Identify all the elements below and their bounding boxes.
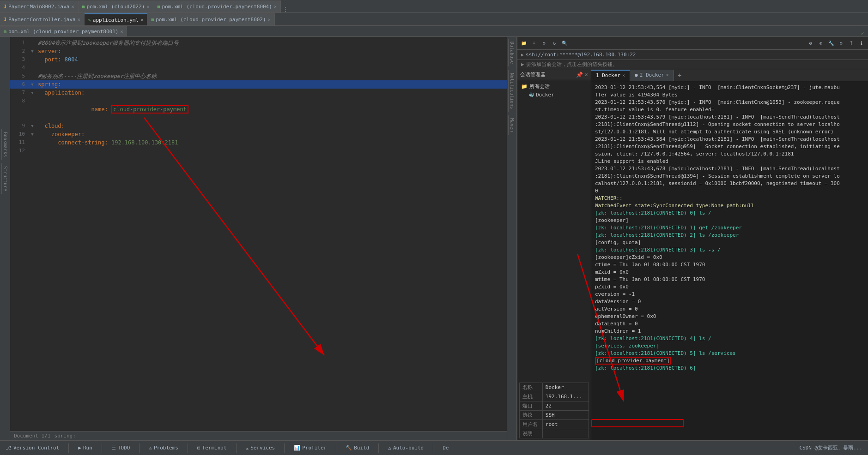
terminal-line: [zookeeper] bbox=[595, 217, 864, 224]
terminal-line: 2023-01-12 21:53:43,584 [myid:localhost:… bbox=[595, 136, 864, 143]
session-panel: 会话管理器 📌 × 📁 所有会话 🐳 Docker bbox=[517, 69, 591, 440]
java-icon: J bbox=[4, 4, 6, 9]
ssh-arrow-icon: ▶ bbox=[521, 52, 524, 57]
auto-build-btn[interactable]: △ Auto-build bbox=[386, 441, 425, 455]
auto-build-label: Auto-build bbox=[393, 445, 424, 451]
value-cell: 22 bbox=[542, 401, 589, 411]
folder-btn[interactable]: 📁 bbox=[519, 39, 528, 48]
terminal-line: :2181):ClientCnxn$SendThread@959] - Sock… bbox=[595, 143, 864, 150]
terminal-line: calhost/127.0.0.1:2181, sessionid = 0x10… bbox=[595, 180, 864, 187]
tab-close-btn[interactable]: × bbox=[71, 4, 74, 9]
tab-payment-controller[interactable]: J PaymentController.java × bbox=[0, 13, 85, 25]
terminal-line: :2181):ClientCnxn$SendThread@1394] - Ses… bbox=[595, 173, 864, 180]
session-pin-btn[interactable]: 📌 bbox=[576, 72, 583, 78]
terminal-line: ffer value is 4194304 Bytes bbox=[595, 91, 864, 99]
status-sep-8 bbox=[378, 443, 379, 453]
profiler-btn[interactable]: 📊 Profiler bbox=[292, 441, 328, 455]
terminal-line: JLine support is enabled bbox=[595, 158, 864, 165]
database-tab[interactable]: Database bbox=[508, 39, 516, 66]
status-sep-9 bbox=[433, 443, 433, 453]
refresh-btn[interactable]: ↻ bbox=[550, 39, 559, 48]
table-row: 协议 SSH bbox=[520, 411, 589, 420]
notif-text: 要添加当前会话，点击左侧的箭头按钮。 bbox=[526, 61, 618, 68]
tab-close-btn[interactable]: × bbox=[268, 17, 271, 22]
problems-btn[interactable]: ⚠ Problems bbox=[147, 441, 180, 455]
csdn-text: CSDN @艾卡西亚、暴雨... bbox=[799, 444, 862, 451]
de-btn[interactable]: De bbox=[441, 441, 450, 455]
terminal-btn[interactable]: ⊞ Terminal bbox=[195, 441, 229, 455]
terminal-line: ssion, client: /127.0.0.1:42564, server:… bbox=[595, 150, 864, 158]
tab-pom-payment8002[interactable]: m pom.xml (cloud-provider-payment8002) × bbox=[147, 13, 274, 25]
tab-label: pom.xml (cloud-provider-payment8004) bbox=[162, 4, 272, 10]
todo-btn[interactable]: ☰ TODO bbox=[109, 441, 132, 455]
more-tabs-btn[interactable]: ⋮ bbox=[281, 6, 290, 12]
cursor-info: spring: bbox=[54, 433, 75, 439]
ssh-address: ssh://root:******@192.168.100.130:22 bbox=[526, 52, 636, 58]
code-line-5: 5 #服务别名----注册到zookeeper注册中心名称 bbox=[10, 72, 507, 80]
tab-close-btn[interactable]: × bbox=[140, 18, 143, 23]
label-cell: 端口 bbox=[520, 401, 543, 411]
tab-close-btn[interactable]: × bbox=[78, 17, 80, 22]
table-row: 名称 Docker bbox=[520, 383, 589, 392]
terminal-output[interactable]: 2023-01-12 21:53:43,554 [myid:] - INFO [… bbox=[591, 81, 868, 440]
tab-pom-cloud2022[interactable]: m pom.xml (cloud2022) × bbox=[79, 0, 154, 12]
tab-close-btn[interactable]: × bbox=[274, 4, 277, 9]
run-btn[interactable]: ▶ Run bbox=[76, 441, 94, 455]
services-btn[interactable]: ☁ Services bbox=[244, 441, 277, 455]
tab-close-btn[interactable]: × bbox=[622, 73, 625, 78]
checkmark-icon: ✓ bbox=[861, 30, 868, 36]
session-close-btn[interactable]: × bbox=[585, 72, 588, 78]
terminal-line: numChildren = 1 bbox=[595, 328, 864, 335]
terminal-line: [zk: localhost:2181(CONNECTED) 2] ls /zo… bbox=[595, 232, 864, 239]
info-btn[interactable]: ℹ bbox=[857, 39, 866, 48]
value-cell: root bbox=[542, 420, 589, 429]
new-session-btn[interactable]: + bbox=[529, 39, 539, 48]
ssh-tab-2[interactable]: ● 2 Docker × bbox=[630, 70, 674, 81]
tab-label: pom.xml (cloud-provider-payment8002) bbox=[156, 17, 266, 23]
minimize-btn[interactable]: ⚙ bbox=[806, 39, 815, 48]
maven-tab[interactable]: Maven bbox=[508, 115, 516, 135]
todo-label: TODO bbox=[118, 445, 130, 451]
docker-icon: 🐳 bbox=[528, 92, 534, 97]
version-control-btn[interactable]: ⎇ Version Control bbox=[4, 441, 61, 455]
terminal-line: [cloud-provider-payment] bbox=[595, 357, 864, 365]
value-cell bbox=[542, 429, 589, 438]
terminal-line: [zk: localhost:2181(CONNECTED) 1] get /z… bbox=[595, 224, 864, 232]
session-folder-all[interactable]: 📁 所有会话 bbox=[519, 82, 589, 91]
notifications-tab[interactable]: Notifications bbox=[508, 70, 516, 112]
terminal-line: st/127.0.0.1:2181. Will not attempt to a… bbox=[595, 128, 864, 136]
tab-application-yml[interactable]: ✎ application.yml × bbox=[85, 13, 147, 25]
ssh-tab-1[interactable]: 1 Docker × bbox=[591, 70, 630, 81]
terminal-line: WatchedEvent state:SyncConnected type:No… bbox=[595, 202, 864, 210]
session-item-docker[interactable]: 🐳 Docker bbox=[519, 91, 589, 99]
tab-close-btn[interactable]: × bbox=[146, 4, 149, 9]
bookmarks-tab[interactable]: Bookmarks bbox=[1, 129, 9, 160]
search-btn[interactable]: 🔍 bbox=[560, 39, 569, 48]
tab-pom-payment8001[interactable]: m pom.xml (cloud-provider-payment8001) × bbox=[0, 26, 127, 36]
tab-pom-payment8004[interactable]: m pom.xml (cloud-provider-payment8004) × bbox=[153, 0, 280, 12]
tab-label: ● bbox=[635, 72, 638, 78]
build-label: Build bbox=[354, 445, 369, 451]
code-line-2: 2 ▼ server: bbox=[10, 47, 507, 55]
status-sep-6 bbox=[284, 443, 285, 453]
expand-btn[interactable]: ⊕ bbox=[816, 39, 826, 48]
status-sep-2 bbox=[102, 443, 102, 453]
code-line-3: 3 port: 8004 bbox=[10, 55, 507, 64]
code-view[interactable]: 1 #8004表示注册到zookeeper服务器的支付提供者端口号 2 ▼ se… bbox=[10, 37, 507, 431]
settings-btn[interactable]: ⚙ bbox=[540, 39, 549, 48]
tab-close-btn[interactable]: × bbox=[120, 29, 123, 34]
tab-payment-main[interactable]: J PaymentMain8002.java × bbox=[0, 0, 79, 12]
services-label: Services bbox=[250, 445, 275, 451]
session-tree: 📁 所有会话 🐳 Docker bbox=[517, 80, 591, 101]
help-btn[interactable]: ? bbox=[847, 39, 856, 48]
add-tab-btn[interactable]: + bbox=[674, 72, 685, 79]
profiler-icon: 📊 bbox=[294, 445, 300, 451]
config-btn[interactable]: ⚙ bbox=[837, 39, 846, 48]
structure-tab[interactable]: Structure bbox=[1, 163, 9, 194]
tools-btn[interactable]: 🔧 bbox=[826, 39, 836, 48]
status-sep-3 bbox=[139, 443, 140, 453]
tab-close-btn[interactable]: × bbox=[666, 72, 669, 78]
build-btn[interactable]: 🔨 Build bbox=[344, 441, 371, 455]
label-cell: 名称 bbox=[520, 383, 543, 392]
tab-label: PaymentController.java bbox=[8, 17, 76, 23]
